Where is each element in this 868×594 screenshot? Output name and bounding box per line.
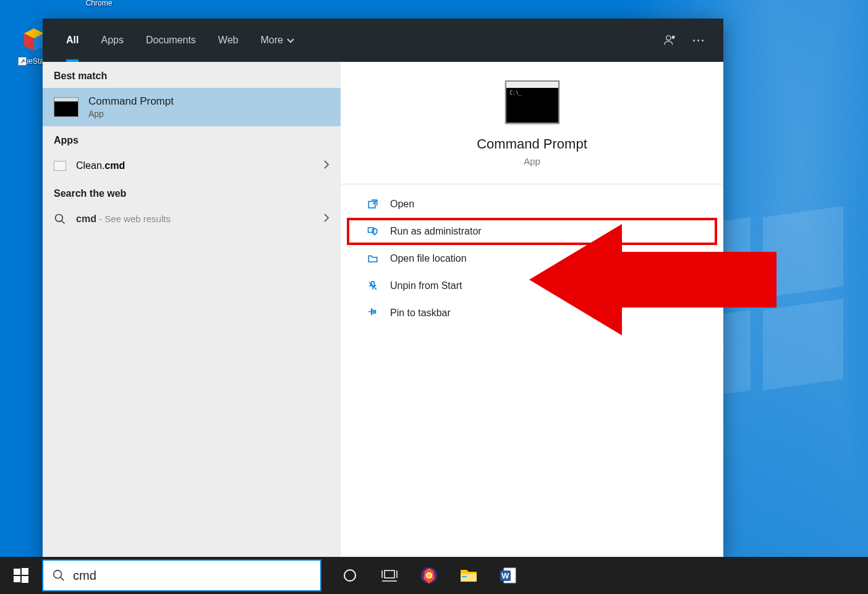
- taskbar-cortana[interactable]: [330, 557, 370, 594]
- chevron-right-icon: [323, 160, 330, 172]
- desktop-icon-chrome-label[interactable]: Chrome: [74, 0, 124, 7]
- section-apps: Apps: [43, 126, 341, 152]
- tab-apps[interactable]: Apps: [90, 19, 134, 62]
- more-options-icon[interactable]: [693, 40, 704, 41]
- best-match-subtitle: App: [88, 109, 174, 119]
- section-best-match: Best match: [43, 62, 341, 88]
- svg-point-10: [344, 570, 355, 581]
- svg-text:W: W: [501, 571, 509, 580]
- web-result-cmd[interactable]: cmd - See web results: [43, 205, 341, 233]
- action-label: Unpin from Start: [390, 280, 462, 291]
- svg-point-14: [427, 574, 431, 577]
- action-unpin-from-start[interactable]: Unpin from Start: [341, 272, 723, 299]
- search-preview-pane: Command Prompt App Open Run as administr…: [341, 62, 723, 557]
- svg-point-9: [54, 570, 62, 579]
- preview-subtitle: App: [524, 156, 540, 166]
- start-search-panel: All Apps Documents Web More Best match: [43, 19, 723, 557]
- taskbar-task-view[interactable]: [370, 557, 409, 594]
- task-view-icon: [381, 569, 398, 582]
- unpin-icon: [367, 280, 379, 292]
- preview-title: Command Prompt: [477, 136, 587, 152]
- apps-result-clean-cmd[interactable]: Clean.cmd: [43, 152, 341, 179]
- action-open[interactable]: Open: [341, 191, 723, 218]
- folder-icon: [367, 252, 379, 265]
- result-text: Clean.cmd: [76, 160, 125, 171]
- action-run-as-administrator[interactable]: Run as administrator: [348, 219, 716, 244]
- taskbar-app-word[interactable]: W: [488, 557, 528, 594]
- svg-point-0: [666, 36, 671, 40]
- taskbar-app-brave[interactable]: [409, 557, 449, 594]
- svg-rect-7: [14, 576, 20, 582]
- best-match-command-prompt[interactable]: Command Prompt App: [43, 88, 341, 126]
- svg-point-1: [56, 215, 63, 222]
- brave-icon: [420, 566, 438, 585]
- svg-rect-3: [368, 228, 374, 233]
- command-prompt-icon: [54, 97, 79, 117]
- taskbar-search-box[interactable]: [42, 559, 321, 592]
- result-text: cmd - See web results: [76, 213, 171, 225]
- file-explorer-icon: [459, 567, 478, 583]
- best-match-title: Command Prompt: [88, 95, 174, 108]
- action-open-file-location[interactable]: Open file location: [341, 245, 723, 272]
- feedback-icon[interactable]: [663, 33, 677, 47]
- tab-web[interactable]: Web: [207, 19, 250, 62]
- tab-more-label: More: [260, 35, 283, 46]
- run-admin-icon: [367, 225, 379, 238]
- open-icon: [367, 198, 379, 210]
- svg-rect-6: [22, 568, 28, 575]
- action-label: Open file location: [390, 253, 467, 264]
- search-filter-tabs: All Apps Documents Web More: [43, 19, 723, 62]
- search-icon: [52, 569, 66, 582]
- command-prompt-icon: [505, 80, 560, 124]
- shortcut-arrow-icon: ↗: [18, 57, 27, 66]
- word-icon: W: [499, 566, 517, 585]
- svg-rect-15: [461, 574, 477, 582]
- tab-documents[interactable]: Documents: [135, 19, 207, 62]
- start-button[interactable]: [0, 557, 42, 594]
- svg-rect-16: [462, 576, 467, 577]
- search-results-list: Best match Command Prompt App Apps Clean…: [43, 62, 341, 557]
- file-icon: [54, 161, 66, 171]
- chevron-right-icon: [323, 213, 330, 225]
- action-pin-to-taskbar[interactable]: Pin to taskbar: [341, 299, 723, 327]
- chevron-down-icon: [287, 35, 294, 46]
- svg-rect-11: [385, 570, 394, 578]
- action-label: Pin to taskbar: [390, 308, 451, 319]
- cortana-icon: [343, 568, 357, 583]
- search-input[interactable]: [73, 569, 312, 583]
- svg-rect-5: [14, 569, 20, 575]
- taskbar: W: [0, 557, 868, 594]
- svg-rect-8: [22, 576, 28, 583]
- search-icon: [54, 213, 66, 225]
- action-label: Run as administrator: [390, 226, 482, 237]
- taskbar-app-file-explorer[interactable]: [449, 557, 488, 594]
- tab-all[interactable]: All: [55, 19, 90, 62]
- windows-icon: [14, 568, 28, 583]
- action-label: Open: [390, 199, 414, 210]
- section-search-web: Search the web: [43, 179, 341, 205]
- pin-icon: [367, 307, 379, 319]
- tab-more[interactable]: More: [249, 19, 305, 62]
- icon-label: Chrome: [74, 0, 124, 7]
